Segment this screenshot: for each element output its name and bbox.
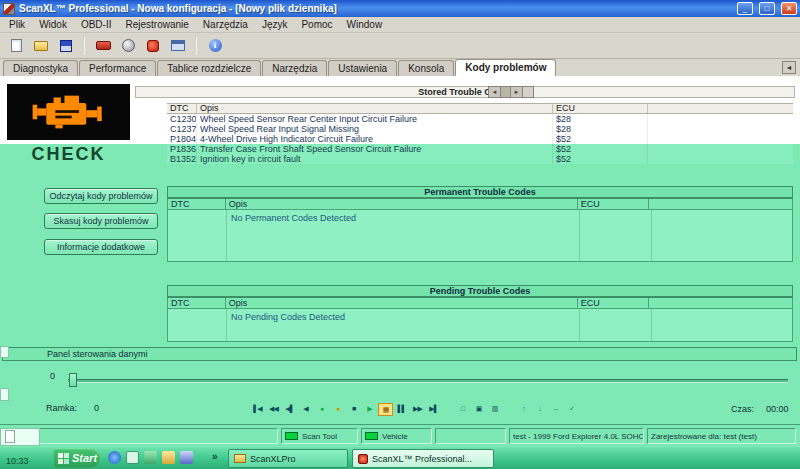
skip-end-button[interactable]: ▶▌ (426, 403, 441, 416)
apply-button[interactable]: ✓ (564, 403, 579, 416)
taskbar-item-scanxl-professional[interactable]: ScanXL™ Professional... (352, 449, 494, 468)
start-label: Start (72, 452, 97, 464)
export-up-button[interactable]: ↑ (516, 403, 531, 416)
connect-button[interactable] (92, 36, 114, 56)
fast-forward-button[interactable]: ▶▶ (410, 403, 425, 416)
step-back-button[interactable]: ◀▌ (282, 403, 297, 416)
new-log-button[interactable]: □ (455, 403, 470, 416)
save-log-button[interactable]: ▥ (487, 403, 502, 416)
frame-bookmark-button[interactable]: ▦ (378, 403, 393, 416)
minimize-button[interactable]: _ (737, 2, 753, 15)
save-floppy-icon (60, 40, 72, 52)
tab-diagnostyka[interactable]: Diagnostyka (3, 60, 78, 76)
menu-plik[interactable]: Plik (2, 18, 32, 31)
scanxl-window: ScanXL™ Professional - Nowa konfiguracja… (0, 0, 800, 469)
stop-button[interactable]: ■ (346, 403, 361, 416)
time-label: Czas: (731, 404, 754, 414)
status-empty-cell (2, 428, 278, 444)
dtc-desc: Wheel Speed Rear Input Signal Missing (197, 124, 553, 134)
column-divider (579, 210, 580, 261)
open-log-button[interactable]: ▣ (471, 403, 486, 416)
taskbar-item-scanxlpro[interactable]: ScanXLPro (228, 449, 348, 468)
quick-launch-overflow-button[interactable]: » (212, 451, 218, 462)
pause-button[interactable]: ▌▌ (394, 403, 409, 416)
menu-widok[interactable]: Widok (32, 18, 74, 31)
skip-start-button[interactable]: ▌◀ (250, 403, 265, 416)
pending-table-body: No Pending Codes Detected (167, 309, 793, 342)
col-ecu[interactable]: ECU (578, 298, 650, 308)
scan-tool-label: Scan Tool (302, 432, 337, 441)
taskbar-item-label: ScanXL™ Professional... (372, 454, 472, 464)
quick-launch-mail-icon[interactable] (180, 451, 193, 464)
col-ecu[interactable]: ECU (578, 199, 650, 209)
play-button[interactable]: ▶ (362, 403, 377, 416)
open-file-button[interactable] (30, 36, 52, 56)
col-opis[interactable]: Opis (226, 199, 578, 209)
dashboard-button[interactable] (167, 36, 189, 56)
column-divider (226, 210, 227, 261)
dtc-ecu: $52 (553, 154, 648, 164)
tab-konsola[interactable]: Konsola (398, 60, 454, 76)
info-button[interactable]: i (204, 36, 226, 56)
col-ecu[interactable]: ECU (553, 104, 648, 113)
play-reverse-button[interactable]: ◀ (298, 403, 313, 416)
col-dtc[interactable]: DTC (167, 104, 197, 113)
stored-row[interactable]: P1804 4-Wheel Drive High Indicator Circu… (167, 134, 793, 144)
tab-tablice-rozdzielcze[interactable]: Tablice rozdzielcze (157, 60, 261, 76)
menu-pomoc[interactable]: Pomoc (294, 18, 339, 31)
additional-info-button[interactable]: Informacje dodatkowe (44, 239, 158, 255)
marker-indicator-icon[interactable]: ● (330, 403, 345, 416)
tab-performance[interactable]: Performance (79, 60, 156, 76)
playback-slider-handle[interactable] (69, 373, 77, 387)
gear-icon (122, 39, 135, 52)
maximize-button[interactable]: □ (759, 2, 775, 15)
close-button[interactable]: ✕ (781, 2, 797, 15)
menu-rejestrowanie[interactable]: Rejestrowanie (118, 18, 195, 31)
menu-obd2[interactable]: OBD-II (74, 18, 119, 31)
playback-slider-track[interactable] (68, 379, 788, 383)
tab-ustawienia[interactable]: Ustawienia (328, 60, 397, 76)
taskbar-clock: 10:33 (6, 456, 29, 466)
export-down-button[interactable]: ↓ (532, 403, 547, 416)
dtc-blank (648, 114, 793, 124)
new-file-button[interactable] (5, 36, 27, 56)
connect-vehicle-icon (96, 41, 111, 50)
settings-button[interactable] (117, 36, 139, 56)
save-button[interactable] (55, 36, 77, 56)
dtc-ecu: $52 (553, 144, 648, 154)
col-opis[interactable]: Opis (226, 298, 578, 308)
quick-launch-desktop-icon[interactable] (126, 451, 139, 464)
quick-launch-browser-icon[interactable] (108, 451, 121, 464)
menu-narzedzia[interactable]: Narzędzia (196, 18, 255, 31)
artifact-thumb (501, 87, 511, 97)
rewind-button[interactable]: ◀◀ (266, 403, 281, 416)
tab-kody-problemow[interactable]: Kody problemów (455, 59, 556, 76)
read-codes-button[interactable]: Odczytaj kody problemów (44, 188, 158, 204)
col-dtc[interactable]: DTC (168, 199, 226, 209)
tab-scroll-left-button[interactable]: ◄ (782, 61, 796, 74)
desktop-icon-artifact (0, 388, 9, 401)
pending-codes-header: Pending Trouble Codes (167, 285, 793, 297)
clear-codes-button[interactable]: Skasuj kody problemów (44, 213, 158, 229)
toolbar-separator (84, 37, 85, 55)
check-engine-panel (7, 84, 130, 140)
record-button[interactable] (142, 36, 164, 56)
stored-row[interactable]: P1836 Transfer Case Front Shaft Speed Se… (167, 144, 793, 154)
title-bar: ScanXL™ Professional - Nowa konfiguracja… (0, 0, 800, 17)
column-divider (579, 309, 580, 341)
col-dtc[interactable]: DTC (168, 298, 226, 308)
quick-launch-folder-icon[interactable] (162, 451, 175, 464)
stored-row[interactable]: B1352 Ignition key in circuit fault $52 (167, 154, 793, 164)
record-indicator-icon[interactable]: ● (314, 403, 329, 416)
quick-launch-media-icon[interactable] (144, 451, 157, 464)
stored-row[interactable]: C1230 Wheel Speed Sensor Rear Center Inp… (167, 114, 793, 124)
menu-window[interactable]: Window (340, 18, 390, 31)
menu-jezyk[interactable]: Język (255, 18, 295, 31)
stored-row[interactable]: C1237 Wheel Speed Rear Input Signal Miss… (167, 124, 793, 134)
start-button[interactable]: Start (53, 448, 101, 468)
desktop-file-icon-artifact (5, 430, 15, 443)
transfer-button[interactable]: ↔ (548, 403, 563, 416)
status-vehicle: Vehicle (361, 428, 432, 444)
tab-narzedzia[interactable]: Narzędzia (262, 60, 327, 76)
col-opis[interactable]: Opis (197, 104, 553, 113)
